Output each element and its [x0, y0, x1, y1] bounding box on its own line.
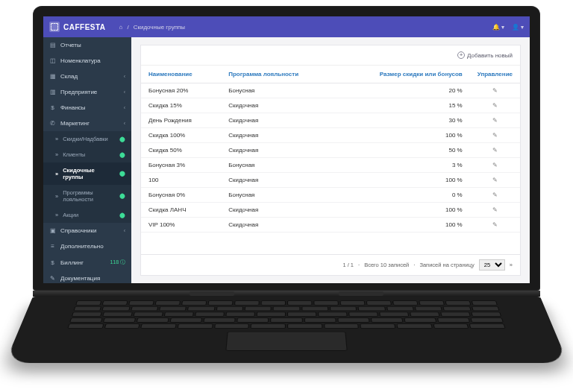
- sub-badge-icon: ⬤: [119, 212, 125, 218]
- cell-name: Скидка ЛАНЧ: [141, 203, 221, 218]
- cell-program: Бонусная: [221, 188, 336, 203]
- sidebar-item-5[interactable]: ✆Маркетинг‹: [43, 116, 131, 131]
- edit-button[interactable]: ✎: [470, 218, 520, 233]
- sidebar-item-label: Номенклатура: [60, 57, 101, 64]
- footer-sep2: ·: [413, 262, 415, 268]
- sidebar-subitem-5-3[interactable]: »Программы лояльности⬤: [43, 185, 131, 207]
- table-row: 100Скидочная100 %✎: [141, 173, 520, 188]
- dollar-icon: $: [49, 259, 56, 266]
- cell-size: 100 %: [336, 218, 469, 233]
- sidebar-item-label: Справочники: [60, 227, 96, 234]
- breadcrumb-sep: /: [127, 24, 128, 31]
- sidebar-item-1[interactable]: ◫Номенклатура: [43, 53, 131, 69]
- cell-size: 20 %: [336, 83, 469, 98]
- home-icon[interactable]: ⌂: [119, 24, 123, 31]
- topbar: CAFFESTA ⌂ / Скидочные группы 🔔 ▾ 👤 ▾: [43, 16, 530, 37]
- main-content: + Добавить новый Наименование Программа …: [131, 37, 530, 283]
- cell-name: Скидка 15%: [141, 98, 221, 113]
- sidebar-item-label: Биллинг: [60, 259, 84, 266]
- col-manage: Управление: [470, 66, 520, 83]
- sidebar-item-0[interactable]: ▤Отчеты: [43, 37, 131, 53]
- list-icon: ≡: [49, 243, 56, 250]
- sidebar-sub-label: Скидки/Надбавки: [63, 136, 108, 142]
- sidebar-item-label: Склад: [60, 73, 78, 80]
- sidebar-item-2[interactable]: ▦Склад‹: [43, 69, 131, 84]
- edit-button[interactable]: ✎: [470, 98, 520, 113]
- edit-button[interactable]: ✎: [470, 113, 520, 128]
- table-row: Скидка 15%Скидочная15 %✎: [141, 98, 520, 113]
- table-footer: 1 / 1 · Всего 10 записей · Записей на ст…: [141, 254, 520, 275]
- edit-button[interactable]: ✎: [470, 188, 520, 203]
- sidebar: ▤Отчеты◫Номенклатура▦Склад‹▥Предприятие‹…: [43, 37, 131, 283]
- sidebar-item-7[interactable]: ≡Дополнительно: [43, 238, 131, 254]
- cell-name: День Рождения: [141, 113, 221, 128]
- add-new-button[interactable]: + Добавить новый: [457, 51, 513, 59]
- sidebar-subitem-5-4[interactable]: »Акции⬤: [43, 207, 131, 223]
- cell-program: Скидочная: [221, 218, 336, 233]
- edit-button[interactable]: ✎: [470, 203, 520, 218]
- sidebar-item-6[interactable]: ▣Справочники‹: [43, 223, 131, 238]
- sidebar-sub-bullet: »: [55, 151, 58, 158]
- user-icon[interactable]: 👤 ▾: [512, 24, 524, 31]
- sidebar-item-label: Дополнительно: [60, 243, 104, 250]
- edit-button[interactable]: ✎: [470, 158, 520, 173]
- edit-button[interactable]: ✎: [470, 143, 520, 158]
- page-info: 1 / 1: [342, 262, 354, 268]
- sidebar-item-3[interactable]: ▥Предприятие‹: [43, 84, 131, 100]
- cell-size: 100 %: [336, 203, 469, 218]
- chart-icon: ▤: [49, 42, 56, 48]
- sidebar-item-label: Предприятие: [60, 89, 97, 95]
- cell-program: Скидочная: [221, 98, 336, 113]
- add-new-label: Добавить новый: [467, 52, 513, 59]
- cell-program: Бонусная: [221, 158, 336, 173]
- sidebar-item-label: Маркетинг: [60, 120, 90, 127]
- chevron-left-icon: ‹: [124, 89, 125, 95]
- bell-icon[interactable]: 🔔 ▾: [492, 24, 504, 31]
- sidebar-sub-bullet: »: [55, 193, 58, 200]
- sidebar-subitem-5-0[interactable]: »Скидки/Надбавки⬤: [43, 131, 131, 147]
- logo-icon: [49, 22, 60, 32]
- table-row: VIP 100%Скидочная100 %✎: [141, 218, 520, 233]
- chevron-left-icon: ‹: [124, 228, 125, 233]
- edit-button[interactable]: ✎: [470, 173, 520, 188]
- megaphone-icon: ✆: [49, 120, 56, 127]
- cell-program: Скидочная: [221, 113, 336, 128]
- chevron-left-icon: ‹: [124, 121, 125, 126]
- data-panel: + Добавить новый Наименование Программа …: [140, 45, 521, 276]
- table-row: День РожденияСкидочная30 %✎: [141, 113, 520, 128]
- sidebar-item-4[interactable]: $Финансы‹: [43, 100, 131, 116]
- sub-badge-icon: ⬤: [119, 193, 125, 199]
- cell-name: Бонусная 0%: [141, 188, 221, 203]
- cell-size: 0 %: [336, 188, 469, 203]
- sidebar-item-9[interactable]: ✎Документация: [43, 271, 131, 283]
- cell-name: Скидка 100%: [141, 128, 221, 143]
- col-program[interactable]: Программа лояльности: [221, 66, 336, 83]
- col-size[interactable]: Размер скидки или бонусов: [336, 66, 469, 83]
- sub-badge-icon: ⬤: [119, 136, 125, 142]
- building-icon: ▥: [49, 89, 56, 95]
- cell-name: Бонусная 20%: [141, 83, 221, 98]
- discount-groups-table: Наименование Программа лояльности Размер…: [141, 66, 520, 233]
- sidebar-item-8[interactable]: $Биллинг118 ⓘ: [43, 254, 131, 271]
- edit-button[interactable]: ✎: [470, 128, 520, 143]
- app-logo[interactable]: CAFFESTA: [49, 22, 106, 32]
- cell-name: VIP 100%: [141, 218, 221, 233]
- per-page-label: Записей на страницу: [419, 262, 474, 268]
- sidebar-subitem-5-2[interactable]: »Скидочные группы⬤: [43, 162, 131, 185]
- cell-program: Скидочная: [221, 128, 336, 143]
- chevron-left-icon: ‹: [124, 105, 125, 110]
- cell-size: 15 %: [336, 98, 469, 113]
- app-name: CAFFESTA: [63, 23, 106, 31]
- cell-size: 3 %: [336, 158, 469, 173]
- edit-button[interactable]: ✎: [470, 83, 520, 98]
- sidebar-sub-bullet: »: [55, 171, 58, 177]
- sidebar-subitem-5-1[interactable]: »Клиенты⬤: [43, 147, 131, 162]
- laptop-trackpad: [225, 332, 348, 351]
- sidebar-sub-label: Скидочные группы: [63, 167, 115, 180]
- table-row: Бонусная 3%Бонусная3 %✎: [141, 158, 520, 173]
- col-name[interactable]: Наименование: [141, 66, 221, 83]
- per-page-chevron-icon[interactable]: »: [510, 262, 513, 268]
- per-page-select[interactable]: 25: [479, 259, 505, 271]
- cell-program: Скидочная: [221, 173, 336, 188]
- cell-size: 30 %: [336, 113, 469, 128]
